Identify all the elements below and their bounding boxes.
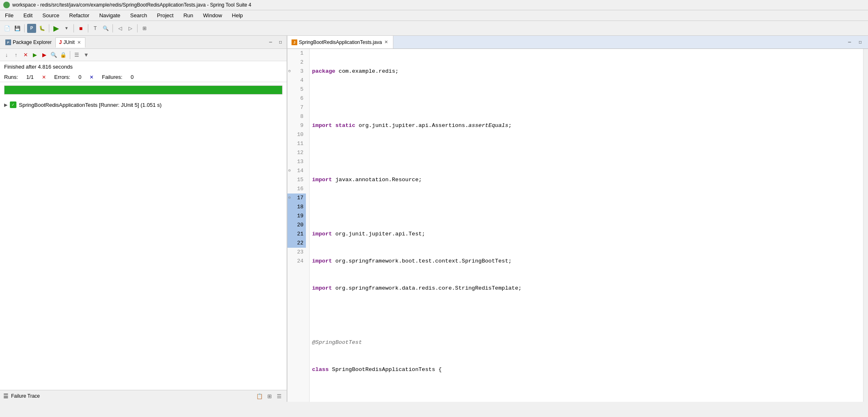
tab-pkg-label: Package Explorer xyxy=(13,39,52,45)
lock-btn[interactable]: 🔒 xyxy=(59,51,67,59)
minimize-right-btn[interactable]: ─ xyxy=(845,38,854,47)
failure-icon: ✕ xyxy=(90,74,94,80)
next-edit-btn[interactable]: ▷ xyxy=(126,24,135,33)
line-num-21: 21 xyxy=(287,230,306,239)
test-item-main[interactable]: ▶ ✓ SpringBootRedisApplicationTests [Run… xyxy=(4,100,282,109)
code-line-5: import javax.annotation.Resource; xyxy=(312,175,863,184)
window-title: workspace - redis/src/test/java/com/exam… xyxy=(12,2,251,8)
stop-run-btn[interactable]: ✕ xyxy=(21,51,30,59)
code-content[interactable]: package com.example.redis; import static… xyxy=(310,49,863,402)
sep4 xyxy=(88,24,88,32)
save-btn[interactable]: 💾 xyxy=(13,24,22,33)
test-expand-icon[interactable]: ▶ xyxy=(4,102,7,108)
editor-tab-label: SpringBootRedisApplicationTests.java xyxy=(299,39,382,45)
finished-label: Finished after 4.816 seconds xyxy=(4,64,73,70)
line-num-6: 6 xyxy=(287,94,306,103)
runs-value: 1/1 xyxy=(26,74,34,80)
layout-btn[interactable]: ☰ xyxy=(73,51,81,59)
junit-close-btn[interactable]: ✕ xyxy=(76,39,82,46)
menu-refactor[interactable]: Refactor xyxy=(68,12,91,19)
errors-value: 0 xyxy=(78,74,81,80)
menu-window[interactable]: Window xyxy=(202,12,224,19)
code-line-11: @SpringBootTest xyxy=(312,338,863,347)
fold-3-icon[interactable]: ⊖ xyxy=(288,67,291,76)
menu-source[interactable]: Source xyxy=(41,12,61,19)
line-num-20: 20 xyxy=(287,221,306,230)
filter-trace-btn[interactable]: ⊞ xyxy=(265,392,273,400)
prev-failure-btn[interactable]: ↑ xyxy=(12,51,20,59)
errors-label: Errors: xyxy=(54,74,70,80)
line-num-16: 16 xyxy=(287,184,306,194)
rerun-failed-btn[interactable]: ▶ xyxy=(40,51,48,59)
junit-icon: J xyxy=(59,39,62,45)
code-line-3: import static org.junit.jupiter.api.Asse… xyxy=(312,121,863,130)
tab-package-explorer[interactable]: P Package Explorer xyxy=(2,37,55,47)
code-line-13 xyxy=(312,392,863,401)
app-icon xyxy=(3,2,10,8)
line-num-14: ⊖14 xyxy=(287,166,306,175)
editor-tab-close[interactable]: ✕ xyxy=(383,39,389,45)
menu-run[interactable]: Run xyxy=(182,12,195,19)
rerun-btn[interactable]: ▶ xyxy=(31,51,39,59)
menu-help[interactable]: Help xyxy=(230,12,245,19)
runs-label: Runs: xyxy=(4,74,18,80)
maximize-right-btn[interactable]: □ xyxy=(856,38,865,47)
history-btn[interactable]: 🔍 xyxy=(50,51,58,59)
menu-navigate[interactable]: Navigate xyxy=(98,12,122,19)
code-line-8: import org.springframework.boot.test.con… xyxy=(312,257,863,266)
view-menu-btn[interactable]: ▼ xyxy=(82,51,90,59)
pkg-btn[interactable]: P xyxy=(27,24,36,33)
pkg-explorer-icon: P xyxy=(5,39,11,45)
menu-edit[interactable]: Edit xyxy=(22,12,34,19)
left-panel: P Package Explorer J JUnit ✕ ─ □ ↓ ↑ ✕ ▶… xyxy=(0,36,287,402)
code-line-12: class SpringBootRedisApplicationTests { xyxy=(312,365,863,374)
sep5 xyxy=(113,24,113,32)
editor-file-icon: J xyxy=(292,39,297,45)
editor-tab-main[interactable]: J SpringBootRedisApplicationTests.java ✕ xyxy=(287,36,393,48)
line-num-7: 7 xyxy=(287,103,306,112)
menu-project[interactable]: Project xyxy=(155,12,175,19)
copy-trace-btn[interactable]: 📋 xyxy=(255,392,264,400)
main-layout: P Package Explorer J JUnit ✕ ─ □ ↓ ↑ ✕ ▶… xyxy=(0,36,868,402)
open-type-btn[interactable]: T xyxy=(91,24,100,33)
fold-17-icon[interactable]: ⊖ xyxy=(288,194,291,203)
trace-menu-btn[interactable]: ☰ xyxy=(275,392,283,400)
menu-file[interactable]: File xyxy=(3,12,15,19)
search-file-btn[interactable]: 🔍 xyxy=(101,24,110,33)
code-line-4 xyxy=(312,148,863,157)
perspective-btn[interactable]: ⊞ xyxy=(140,24,149,33)
minimize-left-btn[interactable]: ─ xyxy=(266,38,275,47)
prev-edit-btn[interactable]: ◁ xyxy=(115,24,124,33)
line-num-2: 2 xyxy=(287,58,306,67)
code-line-7: import org.junit.jupiter.api.Test; xyxy=(312,230,863,239)
failure-trace-icon: ☰ xyxy=(3,393,9,399)
junit-sep1 xyxy=(70,51,70,59)
line-num-19: 19 xyxy=(287,212,306,221)
menu-search[interactable]: Search xyxy=(129,12,149,19)
menu-bar: File Edit Source Refactor Navigate Searc… xyxy=(0,10,868,21)
editor-tab-controls: ─ □ xyxy=(845,38,868,47)
failure-trace-bar: ☰ Failure Trace 📋 ⊞ ☰ xyxy=(0,390,287,402)
fold-14-icon[interactable]: ⊖ xyxy=(288,166,291,175)
code-line-10 xyxy=(312,311,863,320)
code-line-1: package com.example.redis; xyxy=(312,67,863,76)
tab-junit[interactable]: J JUnit ✕ xyxy=(55,37,85,48)
run-btn[interactable]: ▶ xyxy=(52,24,61,33)
stop-btn[interactable]: ■ xyxy=(76,24,85,33)
new-btn[interactable]: 📄 xyxy=(2,24,11,33)
line-num-3: ⊖3 xyxy=(287,67,306,76)
sep3 xyxy=(73,24,74,32)
progress-bar-container xyxy=(4,85,282,94)
test-item-label: SpringBootRedisApplicationTests [Runner:… xyxy=(19,102,162,108)
run-dropdown[interactable]: ▼ xyxy=(62,24,71,33)
failures-label: Failures: xyxy=(102,74,122,80)
next-failure-btn[interactable]: ↓ xyxy=(2,51,11,59)
line-num-23: 23 xyxy=(287,248,306,257)
test-tree: ▶ ✓ SpringBootRedisApplicationTests [Run… xyxy=(0,98,287,390)
line-num-24: 24 xyxy=(287,257,306,266)
editor-scrollbar[interactable] xyxy=(863,49,868,402)
maximize-left-btn[interactable]: □ xyxy=(276,38,285,47)
code-editor: 1 2 ⊖3 4 5 6 7 8 9 10 11 12 13 ⊖14 15 16… xyxy=(287,49,868,402)
debug-btn[interactable]: 🐛 xyxy=(37,24,46,33)
failures-value: 0 xyxy=(131,74,133,80)
